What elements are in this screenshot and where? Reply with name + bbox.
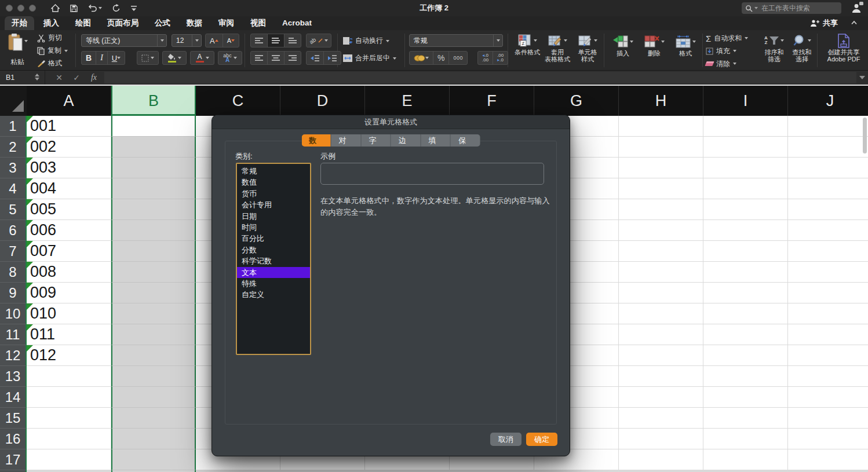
cell-J13[interactable] (788, 366, 868, 387)
cell-H13[interactable] (619, 366, 703, 387)
wrap-text-button[interactable]: 自动换行 (343, 36, 389, 46)
cell-I8[interactable] (703, 262, 788, 283)
cell-B11[interactable] (111, 324, 196, 345)
category-item-自定义[interactable]: 自定义 (237, 289, 310, 300)
cell-J11[interactable] (788, 324, 868, 345)
cancel-entry-icon[interactable]: ✕ (53, 71, 65, 85)
row-header-13[interactable]: 13 (0, 366, 27, 387)
cell-J3[interactable] (788, 158, 868, 178)
cell-styles-button[interactable]: 单元格样式 (572, 32, 603, 63)
column-header-I[interactable]: I (703, 86, 788, 116)
cell-J2[interactable] (788, 137, 868, 158)
column-header-B[interactable]: B (111, 86, 196, 116)
home-icon[interactable] (51, 4, 60, 12)
font-name-caret[interactable] (157, 35, 166, 46)
ribbon-tab-审阅[interactable]: 审阅 (211, 16, 241, 30)
paste-label[interactable]: 粘贴 (7, 57, 28, 67)
ribbon-tab-视图[interactable]: 视图 (243, 16, 273, 30)
undo-dropdown-caret[interactable] (99, 7, 102, 9)
category-item-时间[interactable]: 时间 (237, 222, 310, 233)
cancel-button[interactable]: 取消 (490, 433, 521, 446)
ribbon-tab-数据[interactable]: 数据 (180, 16, 209, 30)
share-button[interactable]: 共享 (810, 16, 838, 30)
search-scope-caret[interactable] (754, 7, 758, 9)
cell-H1[interactable] (619, 116, 703, 137)
row-header-9[interactable]: 9 (0, 283, 27, 303)
cell-I3[interactable] (703, 158, 788, 178)
align-middle-button[interactable] (268, 34, 285, 47)
name-box-spinner[interactable] (35, 74, 39, 81)
cell-B5[interactable] (111, 199, 196, 220)
ribbon-tab-公式[interactable]: 公式 (148, 16, 177, 30)
close-window-button[interactable] (6, 5, 13, 12)
accounting-caret[interactable] (425, 57, 429, 59)
paste-button[interactable] (8, 33, 28, 51)
cell-H7[interactable] (619, 241, 703, 262)
cell-J1[interactable] (788, 116, 868, 137)
autosum-button[interactable]: Σ 自动求和 (706, 32, 748, 44)
cell-J15[interactable] (788, 408, 868, 429)
format-as-table-caret[interactable] (564, 39, 567, 42)
cell-B1[interactable] (111, 116, 196, 137)
category-item-特殊[interactable]: 特殊 (237, 278, 310, 289)
cell-J10[interactable] (788, 303, 868, 324)
row-header-17[interactable]: 17 (0, 449, 27, 470)
undo-button[interactable] (88, 4, 102, 12)
category-item-日期[interactable]: 日期 (237, 211, 310, 222)
cell-A17[interactable] (27, 449, 111, 470)
cell-B10[interactable] (111, 303, 196, 324)
font-size-combo[interactable]: 12 (172, 34, 202, 47)
dialog-tab-边框[interactable]: 边框 (391, 134, 421, 147)
cell-A12[interactable]: 012 (27, 345, 111, 366)
cell-H17[interactable] (619, 449, 703, 470)
cell-B15[interactable] (111, 408, 196, 429)
vertical-scrollbar-thumb[interactable] (863, 118, 867, 153)
clear-caret[interactable] (733, 63, 736, 65)
cell-H5[interactable] (619, 199, 703, 220)
font-color-caret[interactable] (206, 57, 209, 59)
cell-B13[interactable] (111, 366, 196, 387)
cut-button[interactable]: 剪切 (37, 33, 62, 43)
bold-button[interactable]: B (82, 52, 96, 64)
conditional-formatting-caret[interactable] (534, 39, 537, 42)
find-select-button[interactable]: 查找和选择 (789, 32, 815, 63)
format-cells-button[interactable]: 格式 (671, 34, 700, 57)
category-item-分数[interactable]: 分数 (237, 244, 310, 255)
cell-B16[interactable] (111, 429, 196, 449)
column-header-A[interactable]: A (27, 86, 111, 116)
cell-I9[interactable] (703, 283, 788, 303)
orientation-caret[interactable] (324, 39, 328, 42)
row-header-10[interactable]: 10 (0, 303, 27, 324)
row-header-2[interactable]: 2 (0, 137, 27, 158)
category-item-常规[interactable]: 常规 (237, 166, 310, 177)
cell-I13[interactable] (703, 366, 788, 387)
row-header-4[interactable]: 4 (0, 178, 27, 199)
formula-input[interactable] (104, 72, 856, 83)
cell-I10[interactable] (703, 303, 788, 324)
cell-B2[interactable] (111, 137, 196, 158)
dialog-tab-数字[interactable]: 数字 (301, 134, 331, 147)
cell-A8[interactable]: 008 (27, 262, 111, 283)
row-header-12[interactable]: 12 (0, 345, 27, 366)
cell-H14[interactable] (619, 387, 703, 408)
align-top-button[interactable] (251, 34, 268, 47)
cell-B14[interactable] (111, 387, 196, 408)
redo-button[interactable] (112, 4, 121, 12)
column-header-E[interactable]: E (365, 86, 450, 116)
dialog-tab-填充[interactable]: 填充 (421, 134, 451, 147)
increase-decimal-button[interactable]: ◂.0.00 (478, 52, 493, 64)
cell-H4[interactable] (619, 178, 703, 199)
row-header-16[interactable]: 16 (0, 429, 27, 449)
ribbon-tab-插入[interactable]: 插入 (37, 16, 66, 30)
delete-cells-button[interactable]: 删除 (640, 34, 669, 57)
cell-B4[interactable] (111, 178, 196, 199)
ribbon-tab-开始[interactable]: 开始 (5, 16, 34, 30)
increase-font-button[interactable]: A (206, 34, 223, 47)
italic-button[interactable]: I (96, 52, 108, 64)
ribbon-tab-Acrobat[interactable]: Acrobat (275, 16, 319, 30)
column-header-J[interactable]: J (788, 86, 868, 116)
cell-B6[interactable] (111, 220, 196, 241)
borders-button[interactable] (137, 51, 159, 65)
format-as-table-button[interactable]: 套用表格格式 (542, 32, 572, 63)
fill-button[interactable]: 填充 (706, 45, 736, 57)
